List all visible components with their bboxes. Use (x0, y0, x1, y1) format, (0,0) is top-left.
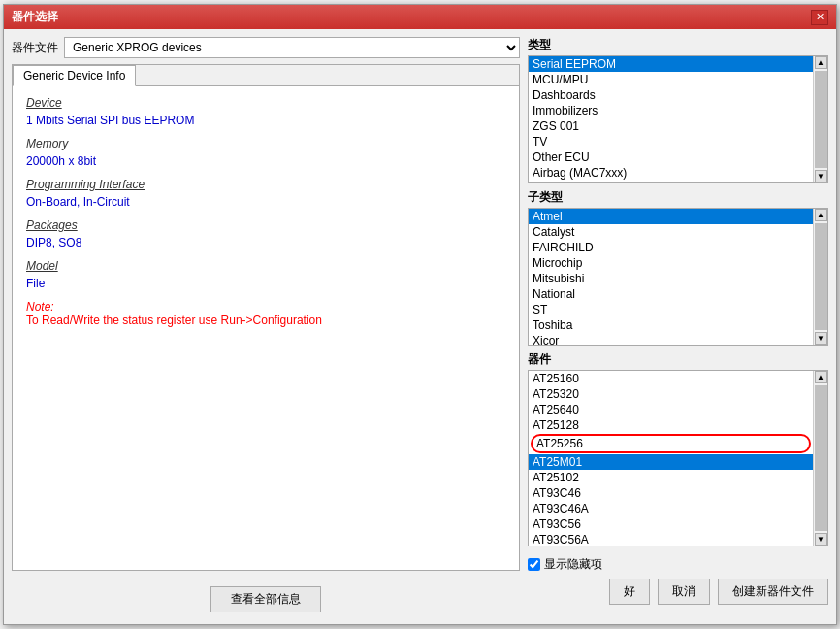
device-file-select[interactable]: Generic XPROG devices (64, 37, 520, 58)
device-scroll-up[interactable]: ▲ (815, 371, 827, 383)
type-list-item[interactable]: TV (529, 134, 813, 149)
type-list-item[interactable]: MCU/MPU (529, 72, 813, 87)
dialog-window: 器件选择 ✕ 器件文件 Generic XPROG devices Generi… (3, 4, 837, 625)
subtype-list: AtmelCatalystFAIRCHILDMicrochipMitsubish… (529, 209, 813, 345)
device-list-item[interactable]: AT25640 (529, 402, 813, 417)
programming-section-label: Programming Interface (26, 178, 505, 191)
device-file-label: 器件文件 (12, 40, 58, 56)
note-text: To Read/Write the status register use Ru… (26, 314, 505, 327)
model-section-label: Model (26, 259, 505, 273)
type-list-item[interactable]: Airbag (XC2xxx) (529, 181, 813, 182)
device-list-container: AT25160AT25320AT25640AT25128AT25256AT25M… (528, 370, 828, 546)
type-scroll-down[interactable]: ▼ (815, 170, 827, 182)
type-list-item[interactable]: Airbag (MAC7xxx) (529, 165, 813, 181)
type-list-item[interactable]: ZGS 001 (529, 118, 813, 134)
dialog-title: 器件选择 (12, 9, 58, 25)
title-bar: 器件选择 ✕ (4, 5, 836, 29)
ok-button[interactable]: 好 (609, 579, 650, 605)
device-list-item[interactable]: AT25320 (529, 386, 813, 402)
type-section: 类型 Serial EEPROMMCU/MPUDashboardsImmobil… (528, 37, 828, 183)
left-panel: 器件文件 Generic XPROG devices Generic Devic… (12, 37, 520, 616)
programming-value: On-Board, In-Circuit (26, 195, 505, 209)
subtype-list-item[interactable]: Toshiba (529, 317, 813, 333)
type-list-container: Serial EEPROMMCU/MPUDashboardsImmobilize… (528, 55, 828, 183)
device-list-item[interactable]: AT93C56 (529, 516, 813, 532)
type-label: 类型 (528, 37, 828, 53)
device-list-item[interactable]: AT25160 (529, 371, 813, 386)
device-list-item[interactable]: AT25M01 (529, 454, 813, 470)
device-section-label: Device (26, 96, 505, 110)
subtype-list-item[interactable]: Mitsubishi (529, 271, 813, 286)
device-list-item[interactable]: AT93C56A (529, 532, 813, 546)
device-file-row: 器件文件 Generic XPROG devices (12, 37, 520, 58)
cancel-button[interactable]: 取消 (658, 579, 710, 605)
tab-generic-device-info[interactable]: Generic Device Info (13, 65, 136, 86)
device-scroll-down[interactable]: ▼ (815, 533, 827, 546)
device-list-label: 器件 (528, 351, 828, 368)
type-list: Serial EEPROMMCU/MPUDashboardsImmobilize… (529, 56, 813, 182)
subtype-list-container: AtmelCatalystFAIRCHILDMicrochipMitsubish… (528, 208, 828, 346)
device-list: AT25160AT25320AT25640AT25128AT25256AT25M… (529, 371, 813, 546)
note-label: Note: (26, 300, 505, 314)
packages-value: DIP8, SO8 (26, 236, 505, 249)
type-scroll-up[interactable]: ▲ (815, 56, 827, 69)
device-list-item[interactable]: AT25102 (529, 470, 813, 485)
subtype-section: 子类型 AtmelCatalystFAIRCHILDMicrochipMitsu… (528, 189, 828, 346)
info-tab-container: Generic Device Info Device 1 Mbits Seria… (12, 64, 520, 571)
memory-value: 20000h x 8bit (26, 154, 505, 168)
device-list-item[interactable]: AT93C46 (529, 485, 813, 501)
subtype-list-item[interactable]: FAIRCHILD (529, 240, 813, 255)
device-list-item[interactable]: AT25128 (529, 417, 813, 433)
model-value: File (26, 277, 505, 290)
type-scroll-thumb[interactable] (815, 71, 827, 168)
type-scrollbar[interactable]: ▲ ▼ (813, 56, 827, 182)
packages-section-label: Packages (26, 218, 505, 232)
dialog-body: 器件文件 Generic XPROG devices Generic Devic… (4, 29, 836, 624)
type-list-item[interactable]: Dashboards (529, 87, 813, 103)
device-section: 器件 AT25160AT25320AT25640AT25128AT25256AT… (528, 351, 828, 546)
type-list-item[interactable]: Immobilizers (529, 103, 813, 118)
subtype-list-item[interactable]: ST (529, 302, 813, 317)
device-value: 1 Mbits Serial SPI bus EEPROM (26, 114, 505, 127)
subtype-scroll-thumb[interactable] (815, 223, 827, 330)
close-button[interactable]: ✕ (811, 10, 828, 25)
type-list-item[interactable]: Serial EEPROM (529, 56, 813, 72)
device-list-item[interactable]: AT93C46A (529, 501, 813, 516)
view-all-button[interactable]: 查看全部信息 (210, 586, 321, 612)
subtype-label: 子类型 (528, 189, 828, 206)
info-content: Device 1 Mbits Serial SPI bus EEPROM Mem… (13, 86, 519, 570)
right-panel: 类型 Serial EEPROMMCU/MPUDashboardsImmobil… (528, 37, 828, 616)
checkbox-row: 显示隐藏项 (528, 556, 828, 573)
show-hidden-checkbox[interactable] (528, 558, 540, 571)
new-device-file-button[interactable]: 创建新器件文件 (718, 579, 828, 605)
subtype-list-item[interactable]: National (529, 286, 813, 302)
memory-section-label: Memory (26, 137, 505, 150)
device-scrollbar[interactable]: ▲ ▼ (813, 371, 827, 546)
subtype-list-item[interactable]: Catalyst (529, 224, 813, 240)
subtype-list-item[interactable]: Atmel (529, 209, 813, 224)
device-scroll-thumb[interactable] (815, 385, 827, 531)
subtype-list-item[interactable]: Microchip (529, 255, 813, 271)
subtype-scroll-down[interactable]: ▼ (815, 332, 827, 345)
show-hidden-label[interactable]: 显示隐藏项 (544, 556, 602, 573)
subtype-scrollbar[interactable]: ▲ ▼ (813, 209, 827, 345)
subtype-list-item[interactable]: Xicor (529, 333, 813, 345)
bottom-buttons: 好 取消 创建新器件文件 (528, 579, 828, 605)
subtype-scroll-up[interactable]: ▲ (815, 209, 827, 221)
tab-bar: Generic Device Info (13, 65, 519, 86)
type-list-item[interactable]: Other ECU (529, 149, 813, 165)
device-list-item[interactable]: AT25256 (531, 434, 811, 453)
